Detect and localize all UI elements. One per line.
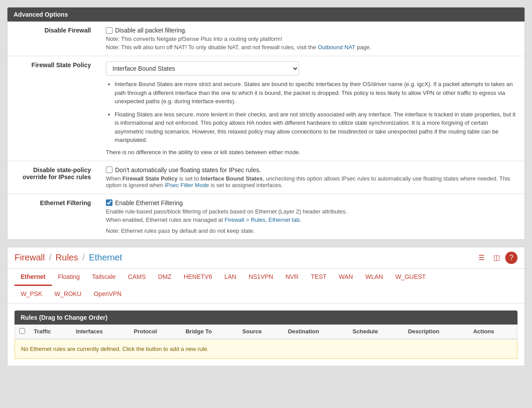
advanced-options-panel: Advanced Options Disable Firewall Disabl… — [7, 7, 525, 240]
tab-w-psk[interactable]: W_PSK — [14, 286, 48, 303]
disable-state-policy-checkbox[interactable] — [106, 166, 112, 173]
ethernet-filtering-checkbox[interactable] — [106, 199, 112, 206]
firewall-state-policy-label: Firewall State Policy — [7, 56, 100, 161]
disable-state-policy-desc: When Firewall State Policy is set to Int… — [106, 175, 518, 188]
disable-state-policy-checkbox-label: Don't automatically use floating states … — [115, 166, 261, 173]
tab-w-roku[interactable]: W_ROKU — [48, 286, 87, 303]
ethernet-filtering-note2: When enabled, Ethernet rules are managed… — [106, 217, 518, 223]
header-icons: ☰ ◫ ? — [475, 252, 518, 264]
breadcrumb-sep1: / — [49, 253, 54, 262]
col-bridge-to: Bridge To — [181, 325, 238, 339]
bullet-floating-states: Floating States are less secure, more le… — [115, 110, 518, 144]
tab-tailscale[interactable]: Tailscale — [86, 269, 122, 286]
disable-firewall-checkbox-row: Disable all packet filtering. — [106, 27, 518, 34]
ethernet-filtering-note3: Note: Ethernet rules pass by default and… — [106, 227, 518, 234]
ethernet-filtering-checkbox-row: Enable Ethernet Filtering — [106, 199, 518, 206]
rules-table-header: Rules (Drag to Change Order) — [14, 311, 518, 325]
firewall-state-policy-select[interactable]: Interface Bound States Floating States — [106, 61, 299, 76]
firewall-state-policy-content: Interface Bound States Floating States I… — [100, 56, 525, 161]
tab-wlan[interactable]: WLAN — [359, 269, 389, 286]
state-policy-note: There is no difference in the ability to… — [106, 149, 518, 155]
firewall-rules-panel: Firewall / Rules / Ethernet ☰ ◫ ? Ethern… — [7, 247, 525, 366]
tab-w-guest[interactable]: W_GUEST — [389, 269, 432, 286]
tab-nvr[interactable]: NVR — [279, 269, 305, 286]
rules-panel-header: Firewall / Rules / Ethernet ☰ ◫ ? — [7, 247, 525, 269]
tab-dmz[interactable]: DMZ — [152, 269, 177, 286]
tab-ethernet[interactable]: Ethernet — [14, 269, 52, 286]
disable-firewall-checkbox[interactable] — [106, 27, 112, 34]
empty-rules-notice: No Ethernet rules are currently defined.… — [14, 339, 518, 359]
advanced-options-header: Advanced Options — [7, 7, 525, 22]
breadcrumb-rules[interactable]: Rules — [56, 253, 78, 262]
col-checkbox — [15, 325, 30, 339]
breadcrumb: Firewall / Rules / Ethernet — [14, 253, 122, 263]
bullet-interface-bound: Interface Bound States are more strict a… — [115, 80, 518, 106]
tabs-list-row2: W_PSK W_ROKU OpenVPN — [14, 286, 518, 303]
col-protocol: Protocol — [130, 325, 181, 339]
col-traffic: Traffic — [29, 325, 72, 339]
rules-table: Traffic Interfaces Protocol Bridge To So… — [14, 325, 518, 339]
disable-state-policy-label: Disable state-policy override for IPsec … — [7, 161, 100, 194]
tab-cams[interactable]: CAMS — [122, 269, 152, 286]
disable-firewall-note1: Note: This converts Netgate pfSense Plus… — [106, 36, 518, 42]
col-destination: Destination — [283, 325, 348, 339]
col-source: Source — [238, 325, 284, 339]
breadcrumb-sep2: / — [82, 253, 87, 262]
options-table: Disable Firewall Disable all packet filt… — [7, 22, 525, 239]
disable-firewall-checkbox-label: Disable all packet filtering. — [115, 27, 187, 34]
tab-test[interactable]: TEST — [305, 269, 333, 286]
col-interfaces: Interfaces — [72, 325, 130, 339]
ethernet-filtering-content: Enable Ethernet Filtering Enable rule-ba… — [100, 194, 525, 239]
ethernet-filtering-checkbox-label: Enable Ethernet Filtering — [115, 199, 183, 206]
firewall-rules-ethernet-link[interactable]: Firewall > Rules, Ethernet tab. — [224, 217, 301, 223]
breadcrumb-ethernet: Ethernet — [89, 253, 122, 262]
tab-wan[interactable]: WAN — [333, 269, 359, 286]
ethernet-filtering-label: Ethernet Filtering — [7, 194, 100, 239]
table-view-icon[interactable]: ◫ — [490, 252, 503, 264]
col-actions: Actions — [469, 325, 518, 339]
tab-openvpn[interactable]: OpenVPN — [87, 286, 127, 303]
select-all-checkbox[interactable] — [19, 328, 25, 334]
tab-henetv6[interactable]: HENETV6 — [177, 269, 218, 286]
tab-floating[interactable]: Floating — [52, 269, 86, 286]
breadcrumb-firewall[interactable]: Firewall — [14, 253, 45, 262]
tabs-list: Ethernet Floating Tailscale CAMS DMZ HEN… — [14, 269, 518, 286]
disable-firewall-label: Disable Firewall — [7, 22, 100, 56]
tabs-container: Ethernet Floating Tailscale CAMS DMZ HEN… — [7, 269, 525, 303]
col-description: Description — [404, 325, 469, 339]
disable-state-policy-checkbox-row: Don't automatically use floating states … — [106, 166, 518, 173]
help-icon[interactable]: ? — [505, 252, 518, 264]
col-schedule: Schedule — [348, 325, 404, 339]
disable-state-policy-content: Don't automatically use floating states … — [100, 161, 525, 194]
outbound-nat-link[interactable]: Outbound NAT — [318, 44, 355, 51]
ethernet-filtering-note1: Enable rule-based pass/block filtering o… — [106, 208, 518, 215]
tab-lan[interactable]: LAN — [218, 269, 242, 286]
table-header-row: Traffic Interfaces Protocol Bridge To So… — [15, 325, 518, 339]
rules-table-section: Rules (Drag to Change Order) Traffic Int… — [7, 303, 525, 366]
ipsec-filter-mode-link[interactable]: IPsec Filter Mode — [165, 182, 209, 188]
disable-firewall-content: Disable all packet filtering. Note: This… — [100, 22, 525, 56]
disable-firewall-note2: Note: This will also turn off NAT! To on… — [106, 44, 518, 51]
tab-ns1vpn[interactable]: NS1VPN — [242, 269, 279, 286]
state-policy-bullets: Interface Bound States are more strict a… — [115, 80, 518, 144]
list-view-icon[interactable]: ☰ — [475, 252, 488, 264]
